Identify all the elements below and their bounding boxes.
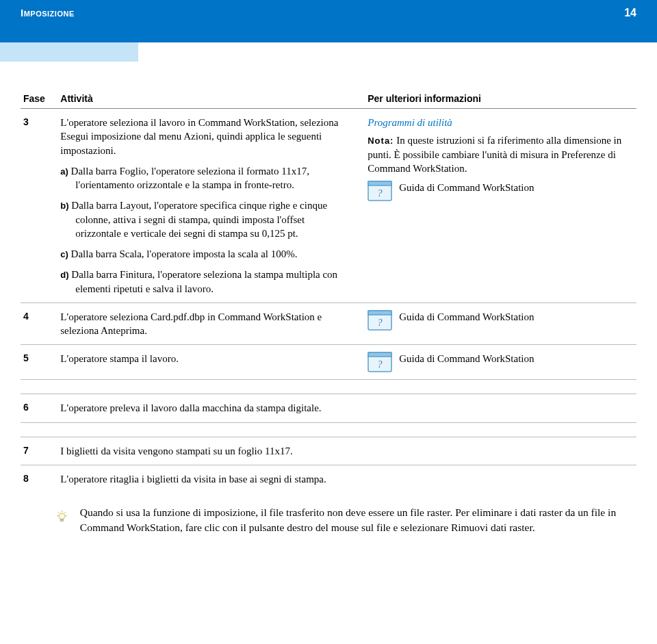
activity-cell: L'operatore ritaglia i biglietti da visi… [57,465,365,493]
svg-rect-7 [368,352,391,357]
sub-item-d: d) Dalla barra Finitura, l'operatore sel… [60,268,344,296]
info-cell: ? Guida di Command WorkStation [365,302,636,345]
guide-text: Guida di Command WorkStation [399,352,534,365]
sub-text: Dalla barra Scala, l'operatore imposta l… [71,248,298,259]
sub-header-bar [0,42,138,62]
info-link[interactable]: Programmi di utilità [368,116,631,129]
svg-line-11 [64,512,66,513]
svg-rect-1 [368,181,391,185]
workflow-table: Fase Attività Per ulteriori informazioni… [21,89,636,493]
info-cell: Programmi di utilità Nota: In queste ist… [365,109,636,303]
activity-cell: L'operatore preleva il lavoro dalla macc… [57,394,365,422]
help-window-icon: ? [368,352,392,372]
help-window-icon: ? [368,310,392,331]
table-row: 5 L'operatore stampa il lavoro. ? Guida … [21,345,636,380]
svg-rect-4 [368,311,391,315]
phase-cell: 3 [21,109,57,303]
guide-block: ? Guida di Command WorkStation [368,352,631,372]
info-cell [365,394,636,422]
tip-text: Quando si usa la funzione di imposizione… [80,505,636,534]
info-cell: ? Guida di Command WorkStation [365,345,636,380]
info-cell [365,465,636,493]
sub-label: d) [60,270,68,280]
page-title: Imposizione [21,7,75,18]
sub-text: Dalla barra Foglio, l'operatore selezion… [71,166,309,190]
tip-row: Quando si usa la funzione di imposizione… [0,493,657,534]
sub-text: Dalla barra Finitura, l'operatore selezi… [71,269,337,294]
sub-text: Dalla barra Layout, l'operatore specific… [71,200,327,239]
phase-cell: 7 [21,437,57,465]
col-info: Per ulteriori informazioni [365,89,636,109]
table-row: 6 L'operatore preleva il lavoro dalla ma… [21,394,636,422]
table-row: 4 L'operatore seleziona Card.pdf.dbp in … [21,302,636,345]
col-phase: Fase [21,89,57,109]
header-bar: Imposizione 14 [0,0,657,42]
spacer-row [21,422,636,437]
nota-block: Nota: In queste istruzioni si fa riferim… [368,133,631,175]
nota-text: In queste istruzioni si fa riferimento a… [368,135,621,174]
sub-item-c: c) Dalla barra Scala, l'operatore impost… [60,247,344,261]
activity-intro: L'operatore seleziona il lavoro in Comma… [60,116,344,157]
sub-label: c) [60,249,68,259]
table-row: 8 L'operatore ritaglia i biglietti da vi… [21,465,636,493]
activity-cell: L'operatore seleziona il lavoro in Comma… [57,109,365,303]
nota-label: Nota: [368,136,394,146]
table-row: 7 I biglietti da visita vengono stampati… [21,437,636,465]
col-activity: Attività [57,89,365,109]
spacer-row [21,380,636,394]
svg-text:?: ? [378,318,383,328]
phase-cell: 5 [21,345,57,380]
sub-item-b: b) Dalla barra Layout, l'operatore speci… [60,198,344,240]
table-row: 3 L'operatore seleziona il lavoro in Com… [21,109,636,303]
guide-text: Guida di Command WorkStation [399,310,534,324]
activity-cell: L'operatore stampa il lavoro. [57,345,365,380]
sub-label: a) [60,166,68,177]
activity-cell: I biglietti da visita vengono stampati s… [57,437,365,465]
page-number: 14 [624,7,636,19]
activity-cell: L'operatore seleziona Card.pdf.dbp in Co… [57,302,365,345]
lightbulb-icon [56,505,68,530]
svg-line-10 [58,512,60,513]
svg-text:?: ? [378,359,383,370]
phase-cell: 6 [21,394,57,422]
sub-label: b) [60,201,68,211]
sub-item-a: a) Dalla barra Foglio, l'operatore selez… [60,164,344,192]
content-area: Fase Attività Per ulteriori informazioni… [0,62,657,493]
guide-block: ? Guida di Command WorkStation [368,310,631,331]
phase-cell: 4 [21,302,57,345]
info-cell [365,437,636,465]
guide-block: ? Guida di Command WorkStation [368,181,631,201]
phase-cell: 8 [21,465,57,493]
guide-text: Guida di Command WorkStation [399,181,534,194]
svg-text:?: ? [378,188,383,198]
svg-point-14 [59,513,65,519]
help-window-icon: ? [368,181,392,201]
